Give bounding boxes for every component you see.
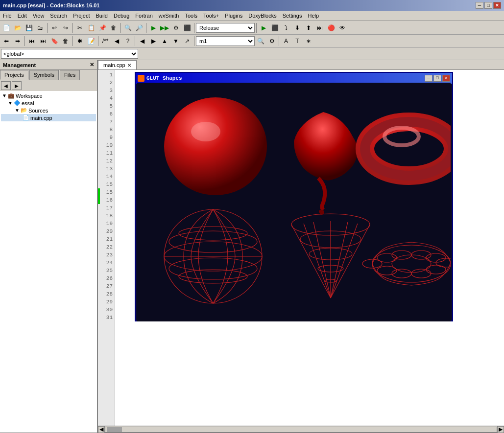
menu-doxyblocks[interactable]: DoxyBlocks — [245, 12, 279, 20]
menu-search[interactable]: Search — [47, 12, 70, 20]
menu-view[interactable]: View — [30, 12, 48, 20]
replace-btn[interactable]: 🔎 — [134, 23, 144, 33]
watches-btn[interactable]: 👁 — [337, 23, 348, 33]
bookmark-next-btn[interactable]: ⏭ — [38, 36, 48, 46]
menu-settings[interactable]: Settings — [280, 12, 305, 20]
paste-btn[interactable]: 📌 — [97, 23, 108, 33]
code-content[interactable]: GLUT Shapes ─ □ ✕ — [115, 70, 504, 426]
nav-next-btn[interactable]: ▶ — [148, 36, 159, 46]
debug-btn[interactable]: ▶ — [258, 23, 269, 33]
maximize-button[interactable]: □ — [484, 2, 492, 9]
glut-maximize[interactable]: □ — [433, 75, 441, 82]
menu-project[interactable]: Project — [70, 12, 93, 20]
jump-back-btn[interactable]: ⬅ — [1, 36, 12, 46]
hscroll-right[interactable]: ▶ — [497, 426, 504, 433]
nav-down-btn[interactable]: ▼ — [170, 36, 181, 46]
management-label: Management — [3, 62, 36, 68]
spell-btn[interactable]: A — [281, 36, 291, 46]
glut-close[interactable]: ✕ — [442, 75, 450, 82]
build-btn[interactable]: ▶ — [148, 23, 159, 33]
redo-btn[interactable]: ↪ — [60, 23, 71, 33]
open-btn[interactable]: 📂 — [12, 23, 23, 33]
minimize-button[interactable]: ─ — [476, 2, 483, 9]
close-button[interactable]: ✕ — [493, 2, 501, 9]
copy-btn[interactable]: 📋 — [86, 23, 96, 33]
editor-tab-close[interactable]: ✕ — [127, 63, 131, 68]
code-completion-btn[interactable]: ✱ — [74, 36, 85, 46]
cut-btn[interactable]: ✂ — [74, 23, 85, 33]
main-toolbar: 📄 📂 💾 🗂 ↩ ↪ ✂ 📋 📌 🗑 🔍 🔎 ▶ ▶▶ ⚙ ⬛ Release… — [0, 21, 504, 35]
menu-fortran[interactable]: Fortran — [132, 12, 155, 20]
svg-point-1 — [164, 97, 267, 195]
editor-hscroll[interactable]: ◀ ▶ — [98, 426, 504, 433]
jump-to-btn[interactable]: ↗ — [182, 36, 192, 46]
step-into-btn[interactable]: ⬇ — [292, 23, 303, 33]
function-dropdown[interactable]: m1 — [196, 36, 255, 46]
menu-edit[interactable]: Edit — [15, 12, 30, 20]
tree-file-main[interactable]: 📄 main.cpp — [1, 114, 96, 121]
build-config-dropdown[interactable]: Release — [196, 23, 255, 33]
clear-bookmarks-btn[interactable]: 🗑 — [60, 36, 71, 46]
jump-fwd-btn[interactable]: ➡ — [12, 36, 23, 46]
tab-projects[interactable]: Projects — [0, 70, 28, 80]
shapes-svg — [137, 83, 451, 321]
menu-toolsplus[interactable]: Tools+ — [200, 12, 222, 20]
project-tree: ▼ 💼 Workspace ▼ 🔷 essai ▼ 📂 Sources 📄 ma… — [0, 91, 97, 433]
menu-tools[interactable]: Tools — [182, 12, 200, 20]
menu-wxsmith[interactable]: wxSmith — [156, 12, 182, 20]
editor-tab-label: main.cpp — [103, 62, 125, 68]
build-run-btn[interactable]: ⚙ — [170, 23, 181, 33]
docs-btn[interactable]: ? — [122, 36, 133, 46]
step-out-btn[interactable]: ⬆ — [303, 23, 314, 33]
global-scope-dropdown[interactable]: <global> — [1, 49, 138, 59]
new-file-btn[interactable]: 📄 — [1, 23, 12, 33]
menu-file[interactable]: File — [0, 12, 15, 20]
nav-back[interactable]: ◀ — [1, 81, 11, 90]
code-editor[interactable]: 12345 678910 1112131415 15 1617181920 21… — [98, 70, 504, 426]
save-all-btn[interactable]: 🗂 — [35, 23, 46, 33]
close-panel-btn[interactable]: ✕ — [90, 62, 94, 68]
save-btn[interactable]: 💾 — [24, 23, 34, 33]
code-refactor-btn[interactable]: 📝 — [86, 36, 96, 46]
delete-btn[interactable]: 🗑 — [108, 23, 119, 33]
next-btn[interactable]: ⏭ — [314, 23, 325, 33]
toggle-bookmark-btn[interactable]: 🔖 — [49, 36, 60, 46]
func-config-btn[interactable]: ⚙ — [266, 36, 277, 46]
hscroll-left[interactable]: ◀ — [98, 426, 105, 433]
menu-debug[interactable]: Debug — [111, 12, 132, 20]
tab-symbols[interactable]: Symbols — [29, 70, 59, 80]
tree-sources[interactable]: ▼ 📂 Sources — [1, 107, 96, 114]
glut-minimize[interactable]: ─ — [425, 75, 432, 82]
hscroll-track[interactable] — [105, 427, 497, 433]
glut-shapes-window[interactable]: GLUT Shapes ─ □ ✕ — [135, 72, 453, 321]
editor-tab-main[interactable]: main.cpp ✕ — [98, 60, 137, 69]
hscroll-thumb[interactable] — [107, 427, 122, 432]
menu-help[interactable]: Help — [305, 12, 322, 20]
text-option-btn[interactable]: ∗ — [303, 36, 314, 46]
func-search-btn[interactable]: 🔍 — [255, 36, 266, 46]
breakpoint-btn[interactable]: 🔴 — [326, 23, 336, 33]
fold-btn[interactable]: /** — [100, 36, 111, 46]
panel-tabs: Projects Symbols Files — [0, 70, 97, 80]
main-layout: Management ✕ Projects Symbols Files ◀ ▶ … — [0, 60, 504, 433]
sep10 — [135, 36, 135, 46]
tree-workspace[interactable]: ▼ 💼 Workspace — [1, 92, 96, 99]
tab-files[interactable]: Files — [60, 70, 80, 80]
nav-forward[interactable]: ▶ — [12, 81, 22, 90]
unfold-btn[interactable]: ◀ — [111, 36, 122, 46]
file-label: main.cpp — [30, 115, 52, 121]
font-btn[interactable]: T — [292, 36, 303, 46]
menu-plugins[interactable]: Plugins — [222, 12, 245, 20]
menu-build[interactable]: Build — [93, 12, 110, 20]
run-btn[interactable]: ▶▶ — [159, 23, 170, 33]
bookmark-prev-btn[interactable]: ⏮ — [26, 36, 37, 46]
glut-controls: ─ □ ✕ — [425, 75, 450, 82]
undo-btn[interactable]: ↩ — [49, 23, 60, 33]
step-over-btn[interactable]: ⤵ — [281, 23, 291, 33]
debug-stop-btn[interactable]: ⬛ — [269, 23, 280, 33]
tree-project[interactable]: ▼ 🔷 essai — [1, 99, 96, 107]
nav-prev-btn[interactable]: ◀ — [137, 36, 147, 46]
nav-up-btn[interactable]: ▲ — [159, 36, 170, 46]
stop-btn[interactable]: ⬛ — [182, 23, 192, 33]
find-btn[interactable]: 🔍 — [122, 23, 133, 33]
